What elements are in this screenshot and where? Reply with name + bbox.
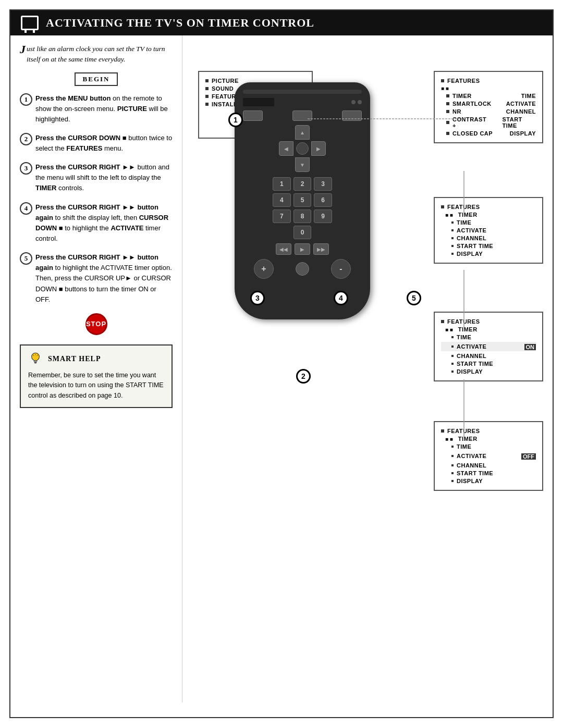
smart-help-header: Smart Help — [28, 352, 164, 366]
ms4-features: FEATURES — [441, 318, 536, 325]
ms4-b-time — [451, 336, 454, 338]
ms3-l-starttime: START TIME — [457, 243, 493, 249]
ms4-starttime: START TIME — [441, 361, 536, 367]
ms4-on-label: ON — [524, 342, 536, 351]
ms4-channel: CHANNEL — [441, 353, 536, 359]
source-button[interactable] — [292, 110, 312, 121]
num-0[interactable]: 0 — [293, 226, 312, 239]
step-2: 2 Press the CURSOR DOWN ■ button twice t… — [20, 133, 173, 154]
play-button[interactable]: ▶ — [295, 243, 310, 255]
ms2-label-timer: TIMER — [452, 93, 472, 99]
ms2-bullet-closedcap — [446, 132, 449, 135]
dpad-up[interactable]: ▲ — [295, 125, 310, 140]
num-8[interactable]: 8 — [293, 209, 312, 223]
ms5-l-activate: ACTIVATE — [457, 453, 486, 459]
ms3-time: TIME — [441, 219, 536, 226]
ms3-b-display — [451, 253, 454, 255]
dpad-right[interactable]: ▶ — [311, 141, 326, 156]
ms5-b-features — [441, 429, 444, 433]
label-sound: SOUND — [212, 85, 234, 92]
ms3-l-activate: ACTIVATE — [457, 227, 486, 233]
ms4-b-starttime — [451, 363, 454, 365]
dpad-center[interactable] — [296, 142, 309, 155]
ffwd-button[interactable]: ▶▶ — [313, 243, 329, 255]
step-overlay-3: 3 — [250, 291, 265, 305]
power-button[interactable] — [243, 110, 263, 121]
num-9[interactable]: 9 — [314, 209, 332, 223]
ms3-l-time: TIME — [457, 219, 471, 226]
remote-top-strip — [243, 90, 362, 94]
ms4-timer-row: ■ ■ TIMER — [441, 326, 536, 332]
ms5-channel: CHANNEL — [441, 462, 536, 468]
step-3-text: Press the CURSOR RIGHT ►► button and the… — [35, 162, 173, 193]
num-3[interactable]: 3 — [314, 177, 332, 191]
ms2-bullet-features — [441, 79, 444, 82]
bullet-sound — [205, 87, 209, 90]
lightbulb-icon — [28, 352, 43, 366]
ms5-b-starttime — [451, 472, 454, 474]
numpad: 1 2 3 4 5 6 7 8 9 0 — [273, 177, 332, 239]
ms2-label-smartlock: SmartLock — [452, 101, 492, 107]
ms4-l-starttime: START TIME — [457, 361, 493, 367]
ms4-timer-bullets: ■ ■ — [445, 327, 453, 332]
num-4[interactable]: 4 — [273, 193, 291, 207]
ms3-b-channel — [451, 237, 454, 239]
smart-help-text: Remember, be sure to set the time you wa… — [28, 371, 164, 401]
step-4: 4 Press the CURSOR RIGHT ►► button again… — [20, 202, 173, 244]
remote-control: ▲ ▼ ◀ ▶ 1 2 3 4 — [235, 82, 370, 319]
ms5-time: TIME — [441, 443, 536, 450]
step-overlay-2: 2 — [296, 369, 311, 384]
remote-body: ▲ ▼ ◀ ▶ 1 2 3 4 — [235, 82, 370, 319]
ms5-timer-row: ■ ■ TIMER — [441, 436, 536, 442]
ms5-l-display: DISPLAY — [457, 478, 483, 484]
ms2-nr: NR CHANNEL — [441, 108, 536, 115]
step-overlay-3-num: 3 — [255, 294, 260, 302]
ms3-display: DISPLAY — [441, 251, 536, 257]
ms4-l-display: DISPLAY — [457, 368, 483, 375]
step-overlay-5-num: 5 — [412, 294, 416, 302]
rewind-button[interactable]: ◀◀ — [276, 243, 291, 255]
remote-display-screen — [243, 98, 274, 106]
bullet-install — [205, 103, 209, 106]
ms3-l-timer: TIMER — [458, 212, 478, 218]
indicator-light-2 — [358, 100, 362, 104]
ms3-activate: ACTIVATE — [441, 227, 536, 233]
ms2-features: FEATURES — [441, 78, 536, 84]
ms4-b-activate — [451, 346, 454, 348]
vol-minus[interactable]: - — [331, 259, 351, 279]
ms5-starttime: START TIME — [441, 470, 536, 476]
remote-indicator-lights — [351, 100, 362, 104]
ms5-features: FEATURES — [441, 428, 536, 434]
step-4-number: 4 — [20, 202, 32, 215]
num-7[interactable]: 7 — [273, 209, 291, 223]
begin-badge: BEGIN — [20, 72, 173, 86]
stop-circle: STOP — [85, 313, 107, 335]
ms4-on-badge: ON — [524, 344, 536, 350]
ms3-l-display: DISPLAY — [457, 251, 483, 257]
num-1[interactable]: 1 — [273, 177, 291, 191]
dpad-left[interactable]: ◀ — [279, 141, 293, 156]
svg-point-0 — [32, 353, 40, 361]
left-panel: Just like an alarm clock you can set the… — [10, 35, 182, 702]
vol-plus[interactable]: + — [254, 259, 274, 279]
tv-icon — [21, 16, 39, 30]
ms4-l-time: TIME — [457, 334, 471, 340]
num-2[interactable]: 2 — [293, 177, 312, 191]
ms4-l-channel: CHANNEL — [457, 353, 486, 359]
num-5[interactable]: 5 — [293, 193, 312, 207]
remote-top-buttons — [243, 110, 362, 121]
vol-center[interactable] — [296, 262, 309, 276]
num-empty — [273, 226, 291, 239]
num-6[interactable]: 6 — [314, 193, 332, 207]
thumb-button[interactable] — [342, 110, 362, 121]
ms2-dots: ■ ■ — [441, 85, 536, 91]
step-1: 1 Press the MENU button on the remote to… — [20, 93, 173, 125]
label-install: INSTALL — [212, 101, 237, 107]
ms2-label-nr: NR — [452, 108, 461, 115]
dpad-down[interactable]: ▼ — [295, 157, 310, 172]
ms5-l-channel: CHANNEL — [457, 462, 486, 468]
ms5-activate: ACTIVATE OFF — [441, 451, 536, 461]
step-3: 3 Press the CURSOR RIGHT ►► button and t… — [20, 162, 173, 193]
ms3-l-channel: CHANNEL — [457, 235, 486, 241]
stop-badge: STOP — [20, 313, 173, 335]
